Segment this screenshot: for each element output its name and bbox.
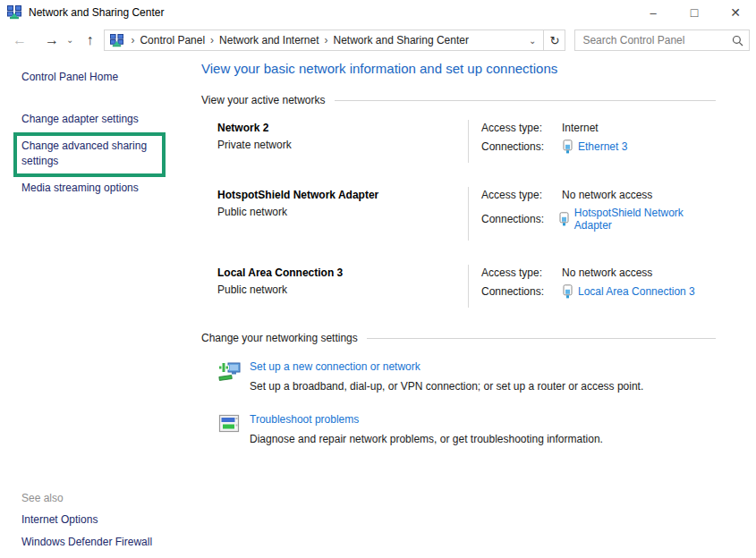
breadcrumb-item-control-panel[interactable]: Control Panel bbox=[140, 34, 205, 46]
setup-new-connection-link[interactable]: Set up a new connection or network bbox=[250, 360, 643, 373]
connections-row: Connections: Ethernet 3 bbox=[481, 140, 716, 154]
ethernet-icon bbox=[558, 212, 570, 226]
breadcrumb-item-network-and-internet[interactable]: Network and Internet bbox=[219, 34, 319, 46]
section-divider bbox=[367, 338, 716, 339]
breadcrumb-separator: › bbox=[205, 34, 219, 46]
breadcrumb-item-network-and-sharing-center[interactable]: Network and Sharing Center bbox=[334, 34, 469, 46]
sidebar-item-change-adapter-settings[interactable]: Change adapter settings bbox=[21, 112, 175, 127]
network-details: Access type: No network access Connectio… bbox=[468, 187, 716, 241]
close-button[interactable]: ✕ bbox=[715, 0, 756, 25]
network-identity: HotspotShield Network Adapter Public net… bbox=[201, 187, 468, 241]
connection-link[interactable]: Ethernet 3 bbox=[578, 140, 627, 153]
access-type-row: Access type: No network access bbox=[481, 189, 716, 201]
troubleshoot-problems-description: Diagnose and repair network problems, or… bbox=[250, 433, 603, 445]
network-name: HotspotShield Network Adapter bbox=[217, 189, 468, 201]
networking-settings-list: Set up a new connection or network Set u… bbox=[201, 359, 716, 445]
network-row: HotspotShield Network Adapter Public net… bbox=[201, 187, 716, 241]
see-also-section: See also Internet Options Windows Defend… bbox=[21, 492, 152, 557]
troubleshoot-problems-link[interactable]: Troubleshoot problems bbox=[250, 413, 603, 426]
sidebar-item-change-advanced-sharing-settings[interactable]: Change advanced sharing settings bbox=[21, 139, 158, 169]
access-type-value: No network access bbox=[562, 266, 652, 279]
search-icon[interactable] bbox=[732, 35, 743, 46]
page-title: View your basic network information and … bbox=[201, 61, 716, 76]
control-panel-location-icon bbox=[110, 34, 123, 47]
connections-label: Connections: bbox=[481, 285, 562, 298]
network-profile: Private network bbox=[217, 139, 468, 151]
network-row: Network 2 Private network Access type: I… bbox=[201, 120, 716, 163]
section-divider bbox=[335, 100, 716, 101]
search-box[interactable] bbox=[574, 30, 750, 51]
connections-label: Connections: bbox=[481, 140, 562, 153]
back-icon[interactable]: ← bbox=[7, 33, 32, 47]
setting-text: Set up a new connection or network Set u… bbox=[250, 359, 643, 393]
access-type-row: Access type: Internet bbox=[481, 122, 716, 134]
access-type-row: Access type: No network access bbox=[481, 266, 716, 279]
access-type-label: Access type: bbox=[481, 189, 562, 201]
network-sharing-center-window: Network and Sharing Center – □ ✕ ← → ⌄ ↑… bbox=[0, 0, 756, 558]
setting-text: Troubleshoot problems Diagnose and repai… bbox=[250, 411, 603, 445]
window-title: Network and Sharing Center bbox=[29, 6, 164, 19]
connection-link[interactable]: Local Area Connection 3 bbox=[578, 285, 695, 298]
forward-icon[interactable]: → bbox=[39, 33, 64, 47]
ethernet-icon bbox=[562, 140, 573, 154]
network-name: Network 2 bbox=[217, 122, 468, 134]
network-identity: Local Area Connection 3 Public network bbox=[201, 265, 468, 308]
connection-link[interactable]: HotspotShield Network Adapter bbox=[574, 207, 716, 232]
refresh-button[interactable]: ↻ bbox=[544, 30, 565, 51]
main-pane: View your basic network information and … bbox=[201, 57, 716, 464]
sidebar-item-control-panel-home[interactable]: Control Panel Home bbox=[21, 70, 175, 85]
setup-new-connection-description: Set up a broadband, dial-up, or VPN conn… bbox=[250, 380, 643, 393]
sidebar-item-windows-defender-firewall[interactable]: Windows Defender Firewall bbox=[21, 535, 152, 549]
access-type-value: Internet bbox=[562, 122, 599, 134]
title-bar: Network and Sharing Center – □ ✕ bbox=[0, 0, 756, 25]
access-type-label: Access type: bbox=[481, 266, 562, 279]
task-pane: Control Panel Home Change adapter settin… bbox=[21, 70, 175, 201]
troubleshoot-icon bbox=[217, 412, 242, 435]
new-connection-icon bbox=[217, 359, 242, 383]
connection-value: Local Area Connection 3 bbox=[562, 284, 695, 299]
access-type-label: Access type: bbox=[481, 122, 562, 134]
window-controls: – □ ✕ bbox=[633, 0, 756, 25]
breadcrumb-separator: › bbox=[319, 34, 334, 46]
search-input[interactable] bbox=[581, 33, 732, 47]
address-bar[interactable]: › Control Panel › Network and Internet ›… bbox=[104, 30, 544, 51]
up-icon[interactable]: ↑ bbox=[81, 33, 98, 47]
access-type-value: No network access bbox=[562, 189, 652, 201]
setting-item-new-connection: Set up a new connection or network Set u… bbox=[201, 359, 716, 393]
see-also-heading: See also bbox=[21, 492, 152, 504]
active-networks-section-label: View your active networks bbox=[201, 94, 326, 106]
green-highlight-annotation: Change advanced sharing settings bbox=[13, 132, 166, 177]
networking-settings-section-label: Change your networking settings bbox=[201, 332, 358, 344]
networking-settings-section-header: Change your networking settings bbox=[201, 332, 716, 344]
breadcrumb-separator: › bbox=[125, 34, 140, 46]
connections-label: Connections: bbox=[481, 213, 558, 225]
network-name: Local Area Connection 3 bbox=[217, 266, 468, 279]
network-profile: Public network bbox=[217, 206, 468, 218]
connections-row: Connections: Local Area Connection 3 bbox=[481, 284, 716, 299]
maximize-button[interactable]: □ bbox=[674, 0, 715, 25]
network-row: Local Area Connection 3 Public network A… bbox=[201, 265, 716, 308]
network-sharing-center-icon bbox=[7, 5, 21, 20]
active-networks-section-header: View your active networks bbox=[201, 94, 716, 106]
network-profile: Public network bbox=[217, 283, 468, 296]
connection-value: HotspotShield Network Adapter bbox=[558, 207, 716, 232]
network-details: Access type: No network access Connectio… bbox=[468, 265, 716, 308]
connection-value: Ethernet 3 bbox=[562, 140, 627, 154]
connections-row: Connections: HotspotShield Network Adapt… bbox=[481, 207, 716, 232]
active-networks-list: Network 2 Private network Access type: I… bbox=[201, 120, 716, 308]
network-identity: Network 2 Private network bbox=[201, 120, 468, 163]
recent-pages-chevron-icon[interactable]: ⌄ bbox=[64, 36, 75, 45]
ethernet-icon bbox=[562, 284, 573, 299]
setting-item-troubleshoot: Troubleshoot problems Diagnose and repai… bbox=[201, 411, 716, 445]
network-details: Access type: Internet Connections: bbox=[468, 120, 716, 163]
refresh-icon: ↻ bbox=[549, 34, 559, 47]
minimize-button[interactable]: – bbox=[633, 0, 674, 25]
address-dropdown-chevron-icon[interactable]: ⌄ bbox=[525, 36, 539, 46]
sidebar-item-internet-options[interactable]: Internet Options bbox=[21, 512, 152, 527]
navigation-bar: ← → ⌄ ↑ › Control Panel › Network and In… bbox=[0, 25, 756, 56]
sidebar-item-media-streaming-options[interactable]: Media streaming options bbox=[21, 181, 175, 196]
content-area: Control Panel Home Change adapter settin… bbox=[0, 55, 756, 558]
